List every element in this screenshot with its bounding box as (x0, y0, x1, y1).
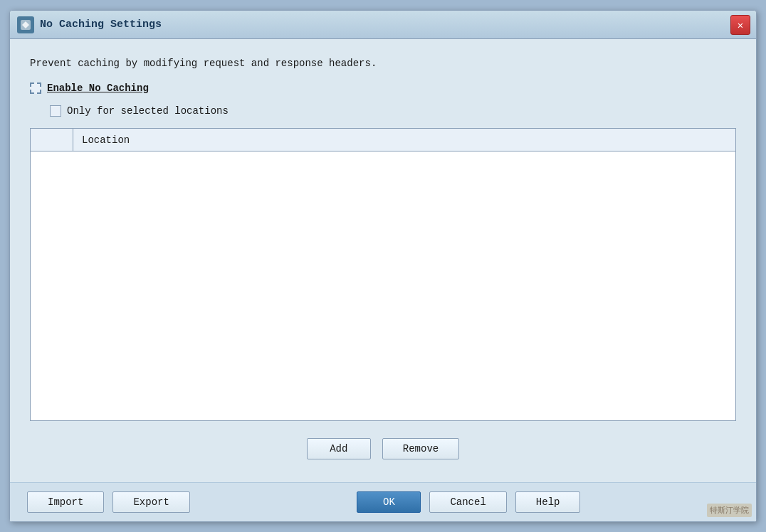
only-selected-locations-label[interactable]: Only for selected locations (50, 105, 229, 117)
watermark: 特斯汀学院 (707, 504, 752, 517)
description-text: Prevent caching by modifying request and… (30, 56, 736, 71)
ok-button[interactable]: OK (357, 491, 421, 513)
enable-no-caching-row: Enable No Caching (30, 83, 736, 94)
action-buttons-row: Add Remove (30, 432, 736, 465)
app-icon (17, 16, 34, 33)
enable-no-caching-label[interactable]: Enable No Caching (30, 83, 149, 94)
footer-bar: Import Export OK Cancel Help (10, 482, 756, 521)
title-bar: No Caching Settings ✕ (10, 11, 756, 39)
cancel-button[interactable]: Cancel (429, 491, 506, 513)
footer-left: Import Export (27, 491, 190, 513)
dialog-window: No Caching Settings ✕ Prevent caching by… (9, 10, 757, 522)
table-header-checkbox-col (31, 129, 73, 151)
only-selected-locations-checkbox[interactable] (50, 105, 61, 117)
only-selected-locations-text: Only for selected locations (67, 105, 229, 117)
import-button[interactable]: Import (27, 491, 104, 513)
close-icon: ✕ (738, 19, 743, 31)
locations-table: Location (30, 128, 736, 421)
remove-button[interactable]: Remove (382, 438, 459, 459)
footer-center: OK Cancel Help (199, 491, 739, 513)
export-button[interactable]: Export (112, 491, 189, 513)
table-header-location: Location (73, 134, 138, 146)
enable-no-caching-checkbox[interactable] (30, 83, 41, 94)
add-button[interactable]: Add (307, 438, 371, 459)
table-header: Location (31, 129, 735, 151)
dialog-title: No Caching Settings (40, 18, 162, 31)
help-button[interactable]: Help (515, 491, 581, 513)
only-selected-locations-row: Only for selected locations (30, 105, 736, 117)
table-body (31, 151, 735, 420)
close-button[interactable]: ✕ (730, 15, 750, 35)
enable-no-caching-text: Enable No Caching (47, 83, 149, 94)
dialog-content: Prevent caching by modifying request and… (10, 39, 756, 482)
